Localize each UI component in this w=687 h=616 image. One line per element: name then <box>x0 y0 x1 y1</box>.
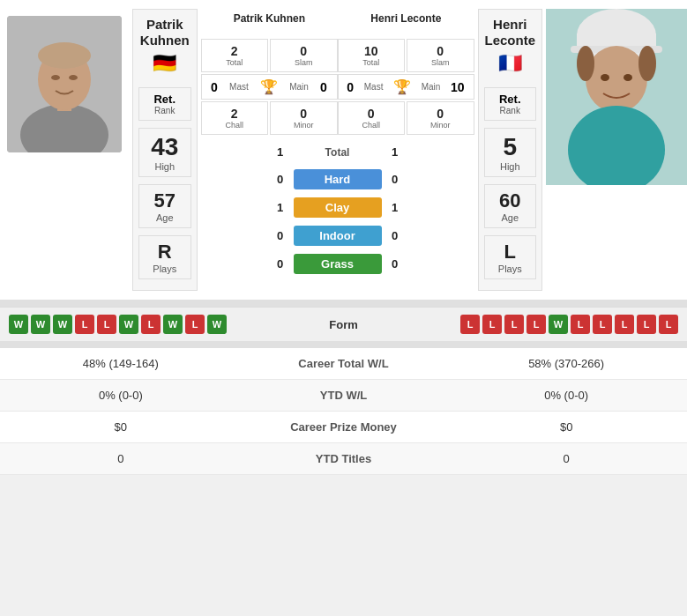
p2-main-label: Main <box>422 82 441 92</box>
stat-p1-2: $0 <box>0 412 242 443</box>
stat-p2-2: $0 <box>445 412 687 443</box>
stat-label-0: Career Total W/L <box>242 348 446 380</box>
p2-chall-cell: 0 Chall <box>338 101 406 135</box>
divider-1 <box>0 300 687 307</box>
p1-plays-box: R Plays <box>138 235 191 279</box>
p1-form-badge-4: L <box>97 315 116 334</box>
stats-row-0: 48% (149-164)Career Total W/L58% (370-26… <box>0 348 687 380</box>
p1-mast-label: Mast <box>229 82 249 92</box>
p1-age-label: Age <box>146 212 183 223</box>
p1-name-box: Patrik Kuhnen 🇩🇪 <box>140 17 190 80</box>
stats-row-2: $0Career Prize Money$0 <box>0 412 687 443</box>
p2-high-label: High <box>492 161 529 172</box>
p1-form-badge-8: L <box>185 315 205 334</box>
p2-main-value: 10 <box>451 80 465 94</box>
grass-row: 0 Grass 0 <box>201 254 474 274</box>
p2-form-badge-9: L <box>659 315 678 334</box>
svg-point-5 <box>51 75 60 80</box>
svg-rect-9 <box>577 33 656 47</box>
total-label: Total <box>294 146 382 159</box>
p2-photo <box>546 9 687 185</box>
p2-name-below: Henri Leconte <box>370 12 441 25</box>
stats-row-1: 0% (0-0)YTD W/L0% (0-0) <box>0 380 687 412</box>
p2-form-badge-0: L <box>460 315 480 334</box>
p2-name-box: Henri Leconte 🇫🇷 <box>484 17 535 80</box>
indoor-p2: 0 <box>387 229 403 242</box>
p1-mast-value: 0 <box>211 80 218 94</box>
p2-silhouette <box>546 9 687 185</box>
p1-plays-value: R <box>146 241 183 263</box>
p2-plays-value: L <box>492 241 529 263</box>
svg-point-6 <box>69 75 78 80</box>
hard-badge: Hard <box>294 169 382 189</box>
p2-form-badge-4: W <box>549 315 568 334</box>
p2-form-badge-8: L <box>637 315 656 334</box>
p1-slam-cell: 0 Slam <box>270 39 338 72</box>
p1-form-badge-2: W <box>53 315 72 334</box>
stat-p2-3: 0 <box>445 443 687 475</box>
p1-main-label: Main <box>289 82 309 92</box>
p2-total-label: Total <box>340 58 403 67</box>
p2-age-label: Age <box>492 212 529 223</box>
p2-high-box: 5 High <box>484 128 537 177</box>
form-label: Form <box>291 318 397 331</box>
clay-badge: Clay <box>294 197 382 218</box>
p1-form-badge-9: W <box>207 315 227 334</box>
hard-p2: 0 <box>387 173 403 186</box>
p2-form-badge-1: L <box>482 315 502 334</box>
svg-point-16 <box>577 46 594 81</box>
p2-slam-cell: 0 Slam <box>407 39 474 72</box>
p1-form-badge-5: W <box>119 315 138 334</box>
p1-minor-cell: 0 Minor <box>270 101 338 135</box>
p2-stats: Henri Leconte 🇫🇷 Ret. Rank 5 High 60 Age… <box>478 9 543 291</box>
indoor-p1: 0 <box>273 229 288 242</box>
stats-table: 48% (149-164)Career Total W/L58% (370-26… <box>0 348 687 475</box>
p2-form-badge-5: L <box>571 315 590 334</box>
p1-main-value: 0 <box>320 80 327 94</box>
hard-row: 0 Hard 0 <box>201 169 474 189</box>
p2-form-badge-6: L <box>593 315 612 334</box>
p2-form-badge-2: L <box>504 315 524 334</box>
p1-form-badge-1: W <box>31 315 50 334</box>
p1-photo-col <box>0 9 129 291</box>
p1-name: Patrik Kuhnen <box>140 17 190 48</box>
p2-minor-label: Minor <box>409 121 472 130</box>
p1-trophy-icon: 🏆 <box>260 78 278 95</box>
stat-p1-1: 0% (0-0) <box>0 380 242 412</box>
p1-name-below: Patrik Kuhnen <box>234 12 305 25</box>
stat-label-2: Career Prize Money <box>242 412 446 443</box>
p1-stats: Patrik Kuhnen 🇩🇪 Ret. Rank 43 High 57 Ag… <box>132 9 198 291</box>
p1-chall-cell: 2 Chall <box>201 101 269 135</box>
p1-chall-label: Chall <box>204 121 266 130</box>
grass-p1: 0 <box>273 257 288 271</box>
p1-plays-label: Plays <box>146 263 183 274</box>
p2-photo-col <box>546 9 687 291</box>
stat-p2-0: 58% (370-266) <box>445 348 687 380</box>
svg-point-17 <box>638 46 656 81</box>
p1-mini-grid: 2 Total 0 Slam 0 Mast 🏆 Ma <box>201 39 338 135</box>
p2-slam-label: Slam <box>409 58 472 67</box>
indoor-badge: Indoor <box>294 226 382 246</box>
p1-form-badge-7: W <box>163 315 183 334</box>
svg-point-4 <box>38 42 91 69</box>
total-row: 1 Total 1 <box>201 145 474 159</box>
p2-minor-cell: 0 Minor <box>407 101 474 135</box>
p2-total-value: 10 <box>340 44 403 58</box>
p1-high-label: High <box>146 161 183 172</box>
p1-high-box: 43 High <box>138 128 191 177</box>
form-section: WWWLLWLWLW Form LLLLWLLLLL <box>0 307 687 341</box>
stat-p1-0: 48% (149-164) <box>0 348 242 380</box>
p2-plays-label: Plays <box>492 263 529 274</box>
p1-photo <box>7 16 122 152</box>
svg-point-11 <box>586 46 647 113</box>
p2-mini-grid: 10 Total 0 Slam 0 Mast 🏆 M <box>338 39 474 135</box>
p1-slam-value: 0 <box>273 44 335 58</box>
p2-high-value: 5 <box>492 133 529 161</box>
divider-2 <box>0 341 687 348</box>
p2-rank-box: Ret. Rank <box>484 87 537 121</box>
p2-plays-box: L Plays <box>484 235 537 279</box>
p2-age-box: 60 Age <box>484 184 537 228</box>
p1-rank-box: Ret. Rank <box>138 87 191 121</box>
clay-p1: 1 <box>273 201 288 214</box>
p1-rank-label: Rank <box>146 106 183 115</box>
